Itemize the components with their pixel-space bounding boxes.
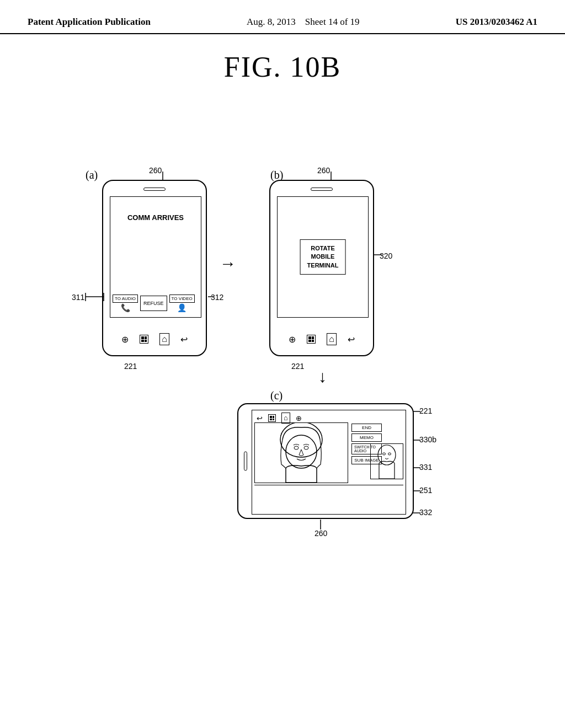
main-video-area: [254, 422, 348, 483]
phone-c: ↩ ⌂ ⊕: [237, 403, 414, 519]
page-header: Patent Application Publication Aug. 8, 2…: [0, 0, 565, 34]
rotate-text: ROTATE MOBILE TERMINAL: [300, 239, 346, 275]
header-date: Aug. 8, 2013: [247, 17, 296, 27]
btn-refuse: REFUSE: [140, 296, 167, 311]
divider-c: [254, 485, 403, 485]
screen-c: ↩ ⌂ ⊕: [252, 410, 406, 515]
line-312: [205, 290, 214, 304]
screen-a: COMM ARRIVES TO AUDIO 📞 REFUSE TO VIDEO: [110, 196, 201, 318]
ref-320: 320: [380, 251, 392, 260]
sub-video-sketch: [371, 444, 403, 479]
line-221-c: [413, 411, 421, 413]
arrow-ab: →: [220, 254, 236, 273]
sub-image-area: [370, 443, 403, 479]
tick-260-c: [320, 520, 322, 531]
btn-memo: MEMO: [351, 433, 382, 442]
comm-arrives-text: COMM ARRIVES: [110, 213, 201, 222]
line-331: [413, 467, 421, 469]
ref-251: 251: [419, 486, 432, 495]
header-center: Aug. 8, 2013 Sheet 14 of 19: [247, 17, 359, 28]
line-330b: [413, 440, 421, 441]
ref-331: 331: [419, 463, 432, 472]
figure-title: FIG. 10B: [0, 51, 565, 83]
btn-video: TO VIDEO: [169, 295, 195, 303]
content-area: (a) 260 COMM ARRIVES TO AUDIO 📞: [0, 83, 565, 728]
arrow-bc: ↓: [318, 367, 327, 386]
svg-point-13: [388, 453, 391, 455]
phone-a: COMM ARRIVES TO AUDIO 📞 REFUSE TO VIDEO: [102, 180, 207, 356]
label-a: (a): [86, 169, 98, 181]
bracket-311: [83, 290, 105, 304]
nav-bar-a: ⊕ ⌂ ↩: [110, 333, 199, 345]
ref-221-b: 221: [291, 362, 304, 371]
line-320: [374, 254, 382, 256]
header-left: Patent Application Publication: [28, 17, 151, 28]
phone-b: ROTATE MOBILE TERMINAL ⊕ ⌂ ↩: [269, 180, 374, 356]
ref-330b: 330b: [419, 435, 436, 444]
btn-audio: TO AUDIO: [113, 295, 138, 303]
screen-b: ROTATE MOBILE TERMINAL: [277, 196, 369, 318]
svg-point-10: [304, 446, 308, 449]
svg-point-9: [294, 446, 299, 449]
header-right: US 2013/0203462 A1: [456, 17, 537, 28]
line-332: [413, 512, 421, 514]
svg-point-12: [383, 453, 386, 455]
label-c: (c): [270, 389, 282, 402]
svg-point-7: [280, 423, 322, 457]
line-251: [413, 490, 421, 492]
ref-221-a: 221: [124, 362, 137, 371]
ref-221-c: 221: [419, 406, 432, 415]
main-video-sketch: [255, 423, 348, 483]
nav-bar-b: ⊕ ⌂ ↩: [277, 333, 366, 345]
ref-332: 332: [419, 508, 432, 517]
svg-point-8: [286, 435, 317, 468]
header-sheet: Sheet 14 of 19: [305, 17, 360, 27]
btn-end: END: [351, 424, 382, 432]
